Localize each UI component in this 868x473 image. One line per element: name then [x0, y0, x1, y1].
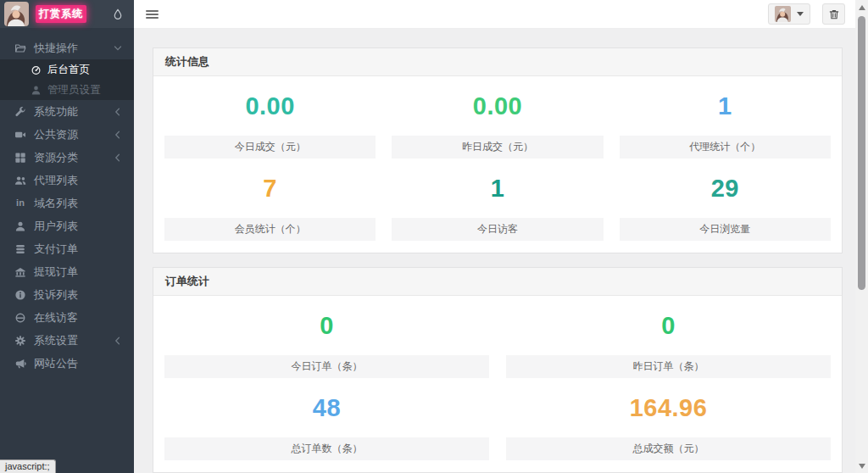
stat-value: 164.96	[506, 378, 831, 437]
scroll-down-arrow-icon[interactable]	[855, 459, 868, 472]
sidebar-item-system-functions[interactable]: 系统功能	[0, 100, 134, 123]
sidebar-item-user-list[interactable]: 用户列表	[0, 214, 134, 237]
sidebar-item-label: 支付订单	[34, 242, 78, 257]
sidebar-item-dashboard[interactable]: 后台首页	[0, 59, 134, 80]
sidebar-item-complaint-list[interactable]: 投诉列表	[0, 283, 134, 306]
stat-label: 会员统计（个）	[164, 218, 376, 241]
vertical-scrollbar[interactable]	[855, 0, 868, 473]
sidebar-item-site-announcement[interactable]: 网站公告	[0, 352, 134, 375]
stat-value: 0	[164, 296, 489, 355]
chevron-left-icon	[114, 131, 122, 139]
sidebar-item-label: 网站公告	[34, 356, 78, 371]
stat-value: 0	[506, 296, 831, 355]
chevron-down-icon	[114, 44, 122, 53]
sidebar-item-label: 系统功能	[34, 104, 78, 120]
stat-label: 昨日订单（条）	[506, 355, 831, 378]
stat-label: 今日成交（元）	[164, 136, 376, 159]
domain-in-icon: in	[14, 198, 26, 209]
stat-today-visitors: 1 今日访客	[392, 159, 603, 241]
sidebar-item-label: 快捷操作	[34, 41, 78, 56]
app-title: 打赏系统	[36, 5, 86, 23]
stat-label: 总订单数（条）	[164, 437, 489, 460]
dashboard-icon	[31, 64, 42, 75]
folder-open-icon	[14, 42, 26, 54]
info-icon	[14, 289, 26, 301]
trash-icon	[828, 8, 840, 20]
payment-stack-icon	[14, 243, 26, 255]
sidebar-nav: 快捷操作 后台首页 管理员设置 系统功能 公共资源 资源分类	[0, 28, 134, 375]
grid-icon	[14, 152, 26, 164]
sidebar-item-label: 公共资源	[34, 127, 78, 142]
sidebar-item-withdraw-orders[interactable]: 提现订单	[0, 260, 134, 283]
stat-yesterday-orders: 0 昨日订单（条）	[506, 296, 831, 378]
caret-down-icon	[797, 12, 804, 16]
stat-value: 1	[392, 159, 603, 218]
orders-panel: 订单统计 0 今日订单（条） 0 昨日订单（条） 48 总订单数（条） 164.…	[153, 267, 843, 473]
sidebar-item-resource-categories[interactable]: 资源分类	[0, 146, 134, 169]
status-bubble: javascript:;	[0, 459, 56, 473]
user-icon	[14, 220, 26, 232]
user-avatar	[775, 6, 791, 22]
content: 统计信息 0.00 今日成交（元） 0.00 昨日成交（元） 1 代理统计（个）…	[134, 29, 855, 473]
stat-label: 今日浏览量	[620, 218, 831, 241]
hamburger-icon[interactable]	[146, 10, 159, 19]
stat-value: 1	[620, 76, 831, 136]
stat-label: 昨日成交（元）	[392, 136, 603, 159]
stat-today-orders: 0 今日订单（条）	[164, 296, 489, 378]
droplet-icon[interactable]	[112, 8, 124, 20]
sidebar-item-system-settings[interactable]: 系统设置	[0, 329, 134, 352]
sidebar-item-label: 用户列表	[34, 219, 78, 234]
user-menu-button[interactable]	[768, 3, 810, 25]
sidebar-item-label: 投诉列表	[34, 287, 78, 303]
chevron-left-icon	[114, 108, 122, 116]
video-camera-icon	[14, 129, 26, 141]
stat-value: 7	[164, 159, 376, 218]
sidebar-item-label: 资源分类	[34, 150, 78, 165]
admin-user-icon	[31, 85, 42, 96]
sidebar-item-admin-settings[interactable]: 管理员设置	[0, 80, 134, 100]
sidebar-item-quick-actions[interactable]: 快捷操作	[0, 36, 134, 59]
stat-value: 29	[620, 159, 831, 218]
sidebar-item-label: 代理列表	[34, 173, 78, 188]
stat-value: 0.00	[392, 76, 603, 136]
topbar-right	[768, 3, 845, 25]
stat-label: 总成交额（元）	[506, 437, 831, 460]
topbar	[134, 0, 855, 29]
brand-avatar	[4, 2, 29, 26]
scrollbar-thumb[interactable]	[858, 16, 865, 290]
sidebar-item-label: 提现订单	[34, 264, 78, 280]
sidebar-item-online-visitors[interactable]: 在线访客	[0, 306, 134, 329]
wrench-icon	[14, 106, 26, 118]
stat-label: 今日订单（条）	[164, 355, 489, 378]
stat-total-revenue: 164.96 总成交额（元）	[506, 378, 831, 460]
stat-value: 48	[164, 378, 489, 437]
stat-today-pageviews: 29 今日浏览量	[620, 159, 831, 241]
quick-actions-submenu: 后台首页 管理员设置	[0, 59, 134, 100]
gear-icon	[14, 335, 26, 347]
sidebar-header: 打赏系统	[0, 0, 134, 28]
main-area: 统计信息 0.00 今日成交（元） 0.00 昨日成交（元） 1 代理统计（个）…	[134, 0, 855, 473]
stats-grid: 0.00 今日成交（元） 0.00 昨日成交（元） 1 代理统计（个） 7 会员…	[153, 76, 842, 253]
stat-yesterday-revenue: 0.00 昨日成交（元）	[392, 76, 603, 159]
stat-label: 今日访客	[392, 218, 603, 241]
panel-title: 订单统计	[153, 268, 842, 296]
stats-panel: 统计信息 0.00 今日成交（元） 0.00 昨日成交（元） 1 代理统计（个）…	[153, 47, 843, 253]
chevron-left-icon	[114, 337, 122, 345]
sidebar-item-label: 系统设置	[34, 333, 78, 348]
agents-icon	[14, 175, 26, 186]
megaphone-icon	[14, 358, 26, 370]
sidebar-item-public-resources[interactable]: 公共资源	[0, 123, 134, 146]
chevron-left-icon	[114, 153, 122, 162]
sidebar-item-label: 域名列表	[34, 196, 78, 211]
sidebar-item-domain-list[interactable]: in 域名列表	[0, 192, 134, 214]
scroll-up-arrow-icon[interactable]	[855, 1, 868, 14]
stat-member-count: 7 会员统计（个）	[164, 159, 376, 241]
sidebar-item-payment-orders[interactable]: 支付订单	[0, 237, 134, 260]
online-visitor-icon	[14, 312, 26, 324]
sidebar: 打赏系统 快捷操作 后台首页 管理员设置 系统功能 公共资源	[0, 0, 134, 473]
sidebar-item-label: 后台首页	[47, 63, 90, 77]
sidebar-item-agent-list[interactable]: 代理列表	[0, 169, 134, 192]
panel-title: 统计信息	[153, 48, 842, 76]
trash-button[interactable]	[822, 3, 845, 25]
sidebar-item-label: 在线访客	[34, 310, 78, 326]
